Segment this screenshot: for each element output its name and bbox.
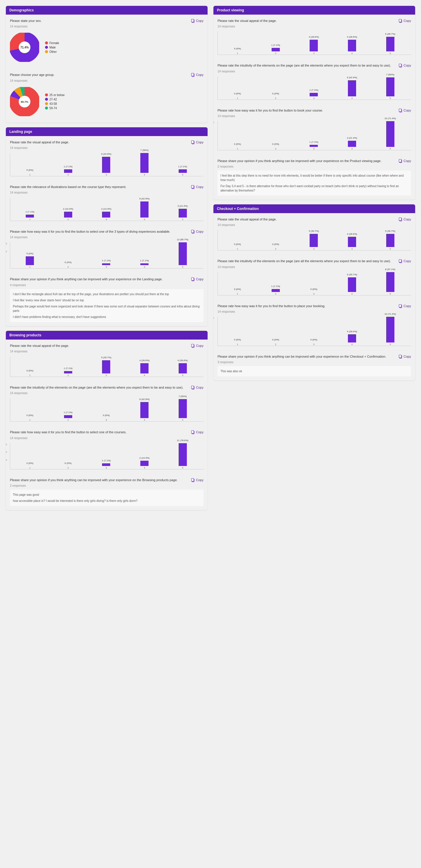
age-copy-button[interactable]: Copy [191,73,203,77]
age-responses: 14 responses [10,79,203,82]
copy-icon [191,185,195,189]
landing-visual-chart: 86420 0 (0%) 1 1 (7.1%) 2 6 (42.9%) 3 [10,152,203,176]
browsing-title: Browsing products [9,333,41,337]
landing-illustrations-chart: 86420 1 (7.1%) 1 2 (14.3%) 2 2 (14.3%) [10,196,203,221]
browsing-intuitivity-card: Please rate the intuitivity of the eleme… [6,381,207,426]
product-intuitivity-responses: 14 responses [218,70,411,73]
sex-responses: 14 responses [10,25,203,28]
checkout-visual-chart: 6420 0 (0%) 1 0 (0%) 2 5 (35.7%) 3 [218,229,411,250]
copy-icon [398,108,402,113]
checkout-intuitivity-copy[interactable]: Copy [398,259,411,263]
landing-section: Landing page Please rate the visual appe… [6,127,207,326]
landing-button-chart: 151050 5 (0%) 1 0 (0%) 2 1 (7.1%) 3 [10,241,203,269]
landing-header: Landing page [6,127,207,136]
browsing-intuitivity-question: Please rate the intuitivity of the eleme… [10,385,191,390]
copy-icon [398,304,402,308]
landing-button-question: Please rate how easy was it for you to f… [10,229,191,234]
landing-opinion-responses: 4 responses [10,283,203,287]
landing-visual-question: Please rate the visual appeal of the pag… [10,140,191,144]
age-question: Please choose your age group. [10,73,191,77]
product-header: Product viewing [214,6,415,14]
browsing-course-question: Please rate how easy was it for you to f… [10,430,191,434]
checkout-visual-copy[interactable]: Copy [398,217,411,221]
svg-rect-23 [192,344,194,347]
checkout-header: Checkout + Confirmation [214,205,415,213]
product-opinion-question: Please share your opinion if you think a… [218,159,398,163]
browsing-intuitivity-responses: 14 responses [10,392,203,395]
checkout-visual-question: Please rate the visual appeal of the pag… [218,217,398,221]
landing-opinion-question: Please share your opinion if you think a… [10,277,191,281]
copy-icon [191,229,195,234]
checkout-visual-responses: 14 responses [218,223,411,226]
product-book-question: Please rate how easy was it for you to f… [218,108,398,113]
browsing-course-responses: 14 responses [10,436,203,440]
checkout-intuitivity-question: Please rate the intuitivity of the eleme… [218,259,398,263]
landing-illustrations-card: Please rate the relevance of illustratio… [6,181,207,225]
svg-rect-17 [192,185,194,188]
browsing-course-chart: 7050250 0 (0%) 1 0 (0%) 2 1 (7.1%) 3 [10,442,203,469]
checkout-title: Checkout + Confirmation [217,207,259,211]
sex-pie-chart: 71.4% [10,33,39,62]
copy-icon [191,73,195,77]
copy-icon [191,19,195,23]
product-opinion-card: Please share your opinion if you think a… [214,155,415,200]
landing-opinion-card: Please share your opinion if you think a… [6,273,207,326]
landing-visual-copy[interactable]: Copy [191,140,203,144]
product-opinion-copy[interactable]: Copy [398,159,411,163]
browsing-header: Browsing products [6,331,207,340]
product-section: Product viewing Please rate the visual a… [214,6,415,200]
landing-opinion-responses-text: I don't like the rectangle about Koh tao… [10,289,203,322]
landing-opinion-copy[interactable]: Copy [191,277,203,281]
svg-text:80.7%: 80.7% [21,100,28,103]
checkout-booking-responses: 14 responses [218,310,411,313]
sex-copy-button[interactable]: Copy [191,19,203,23]
copy-icon [398,63,402,67]
browsing-visual-responses: 14 responses [10,350,203,353]
sex-question: Please state your sex. [10,19,191,23]
svg-rect-33 [399,64,401,67]
product-visual-copy[interactable]: Copy [398,19,411,23]
landing-illustrations-copy[interactable]: Copy [191,185,203,189]
svg-text:71.4%: 71.4% [21,46,29,49]
product-intuitivity-chart: 86420 0 (0%) 1 0 (0%) 2 1 (7.1%) 3 [218,75,411,100]
checkout-opinion-text: This was also ok [218,366,411,376]
copy-icon [191,344,195,348]
age-pie-chart: 80.7% [10,87,39,116]
product-visual-question: Please rate the visual appeal of the pag… [218,19,398,23]
product-opinion-text: I feel like at this step there is no nee… [218,170,411,196]
product-book-copy[interactable]: Copy [398,108,411,113]
product-book-chart: 10.07.55.02.50.0 0 (0%) 1 0 (0%) 2 1 (7.… [218,120,411,150]
browsing-intuitivity-copy[interactable]: Copy [191,385,203,390]
browsing-course-copy[interactable]: Copy [191,430,203,434]
product-intuitivity-copy[interactable]: Copy [398,63,411,67]
svg-rect-19 [192,230,194,233]
checkout-opinion-copy[interactable]: Copy [398,354,411,359]
browsing-visual-chart: 6420 0 (0%) 1 1 (7.1%) 2 5 (35.7%) 3 [10,355,203,377]
landing-button-copy[interactable]: Copy [191,229,203,234]
checkout-visual-card: Please rate the visual appeal of the pag… [214,213,415,255]
checkout-booking-button-card: Please rate how easy was it for you to f… [214,300,415,350]
landing-button-card: Please rate how easy was it for you to f… [6,225,207,273]
browsing-intuitivity-chart: 86420 0 (0%) 1 1 (7.1%) 2 0 (0%) 3 [10,397,203,422]
landing-illustrations-responses: 14 responses [10,191,203,194]
svg-rect-27 [192,431,194,434]
svg-rect-41 [399,259,401,262]
copy-icon [191,478,195,482]
checkout-opinion-responses: 3 responses [218,361,411,364]
browsing-visual-copy[interactable]: Copy [191,344,203,348]
sex-card: Please state your sex. Copy 14 responses [6,14,207,68]
svg-rect-45 [399,355,401,358]
checkout-booking-copy[interactable]: Copy [398,304,411,308]
sex-pie-container: 71.4% Female Male Other [10,30,203,64]
demographics-header: Demographics [6,6,207,14]
browsing-opinion-card: Please share your opinion if you think a… [6,474,207,510]
browsing-visual-question: Please rate the visual appeal of the pag… [10,344,191,348]
left-column: Demographics Please state your sex. Copy… [6,6,207,510]
age-card: Please choose your age group. Copy 14 re… [6,69,207,122]
browsing-opinion-responses: 2 responses [10,484,203,487]
svg-rect-35 [399,108,401,112]
right-column: Product viewing Please rate the visual a… [214,6,415,510]
browsing-opinion-copy[interactable]: Copy [191,478,203,482]
age-pie-container: 80.7% 25 or below 27-42 43-58 59-74 [10,85,203,119]
copy-icon [191,140,195,144]
